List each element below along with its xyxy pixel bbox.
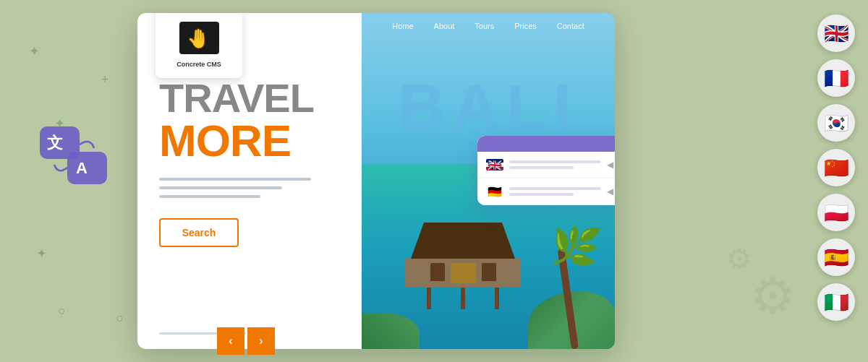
sparkle-4: ○	[58, 303, 66, 319]
svg-text:文: 文	[47, 134, 63, 152]
logo-box: 🤚 Concrete CMS	[156, 13, 242, 78]
flag-french[interactable]: 🇫🇷	[817, 59, 855, 97]
sparkle-3: +	[101, 72, 109, 87]
sparkle-5: ○	[116, 311, 124, 326]
panel-line-de-1	[509, 187, 601, 190]
desc-line-1	[159, 178, 311, 181]
translate-icon: 文 A	[40, 123, 105, 188]
logo-label: Concrete CMS	[176, 61, 221, 68]
nav-next-button[interactable]: ›	[247, 327, 275, 355]
more-word: MORE	[159, 118, 340, 163]
flag-italian[interactable]: 🇮🇹	[817, 283, 855, 321]
nav-prev-button[interactable]: ‹	[217, 327, 244, 355]
nav-arrows: ‹ ›	[217, 327, 275, 355]
flag-de: 🇩🇪	[486, 186, 503, 197]
desc-line-3	[159, 195, 260, 198]
sparkle-6: ✦	[36, 246, 47, 262]
panel-icon-en: ◀	[607, 160, 613, 170]
gear-bg-1: ⚙	[750, 267, 796, 326]
nav-contact[interactable]: Contact	[557, 22, 584, 30]
flag-korean[interactable]: 🇰🇷	[817, 104, 855, 142]
svg-text:🤚: 🤚	[187, 27, 210, 50]
panel-line-de-2	[509, 193, 574, 196]
desc-line-2	[159, 186, 282, 189]
card-right-panel: 🌿	[362, 13, 615, 349]
panel-lines-de	[509, 187, 601, 196]
panel-header	[477, 136, 615, 152]
palm-leaves: 🌿	[547, 219, 604, 274]
flag-chinese[interactable]: 🇨🇳	[817, 149, 855, 186]
panel-icon-de: ◀	[607, 186, 613, 197]
hut-roof	[398, 223, 528, 259]
panel-row-german: 🇩🇪 ◀	[477, 178, 615, 205]
nav-prices[interactable]: Prices	[514, 22, 537, 30]
flag-en: 🇬🇧	[486, 159, 503, 171]
flag-spanish[interactable]: 🇪🇸	[817, 238, 855, 276]
translation-panel: 🇬🇧 ◀ 🇩🇪 ◀	[477, 136, 615, 205]
description-lines	[159, 178, 340, 198]
panel-line-en-2	[509, 166, 574, 169]
hero-title: TRAVEL MORE	[159, 78, 340, 163]
panel-row-english: 🇬🇧 ◀	[477, 152, 615, 178]
flag-polish[interactable]: 🇵🇱	[817, 194, 855, 231]
bungalow	[383, 223, 542, 309]
svg-text:A: A	[76, 159, 88, 177]
search-button[interactable]: Search	[159, 218, 239, 247]
panel-lines-en	[509, 160, 601, 169]
flag-english[interactable]: 🇬🇧	[817, 14, 855, 52]
nav-home[interactable]: Home	[392, 22, 413, 30]
nav-about[interactable]: About	[434, 22, 455, 30]
hut-body	[405, 259, 521, 288]
nav-bar: Home About Tours Prices Contact	[362, 22, 615, 30]
sparkle-1: ✦	[29, 43, 40, 59]
nav-tours[interactable]: Tours	[475, 22, 494, 30]
travel-word: TRAVEL	[159, 78, 340, 118]
gear-bg-2: ⚙	[726, 242, 752, 275]
panel-line-en-1	[509, 160, 601, 163]
flag-column: 🇬🇧 🇫🇷 🇰🇷 🇨🇳 🇵🇱 🇪🇸 🇮🇹	[817, 14, 855, 321]
website-card: 🤚 Concrete CMS TRAVEL MORE Search	[137, 13, 615, 349]
card-left-panel: 🤚 Concrete CMS TRAVEL MORE Search	[137, 13, 362, 349]
